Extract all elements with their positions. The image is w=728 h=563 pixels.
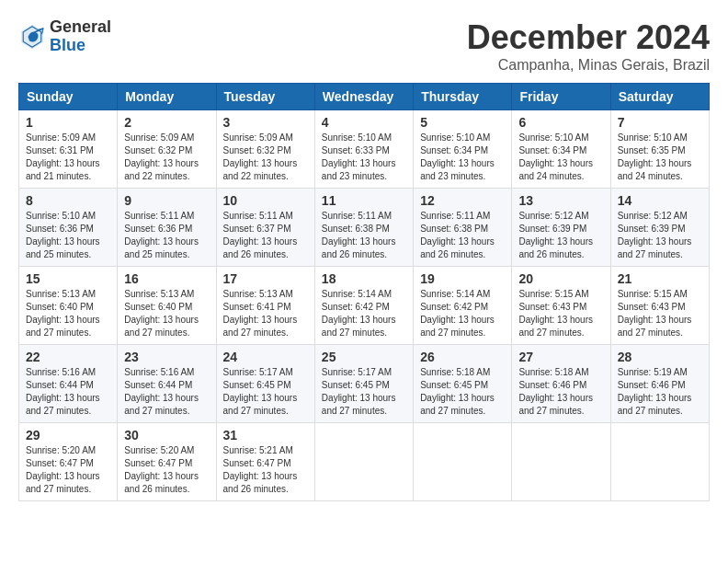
table-row: 30Sunrise: 5:20 AM Sunset: 6:47 PM Dayli…: [118, 423, 216, 501]
day-number: 20: [518, 271, 603, 286]
day-info: Sunrise: 5:16 AM Sunset: 6:44 PM Dayligh…: [26, 366, 110, 418]
day-number: 12: [420, 193, 505, 208]
calendar-week-row: 29Sunrise: 5:20 AM Sunset: 6:47 PM Dayli…: [19, 423, 710, 501]
day-info: Sunrise: 5:20 AM Sunset: 6:47 PM Dayligh…: [124, 444, 209, 496]
day-info: Sunrise: 5:09 AM Sunset: 6:32 PM Dayligh…: [223, 132, 308, 183]
day-info: Sunrise: 5:10 AM Sunset: 6:33 PM Dayligh…: [322, 132, 406, 183]
table-row: 3Sunrise: 5:09 AM Sunset: 6:32 PM Daylig…: [216, 110, 314, 189]
table-row: [414, 423, 512, 501]
table-row: [314, 423, 413, 501]
day-info: Sunrise: 5:09 AM Sunset: 6:32 PM Dayligh…: [124, 132, 209, 183]
day-info: Sunrise: 5:11 AM Sunset: 6:36 PM Dayligh…: [124, 210, 209, 261]
day-info: Sunrise: 5:21 AM Sunset: 6:47 PM Dayligh…: [223, 444, 308, 496]
day-number: 21: [618, 271, 702, 286]
day-info: Sunrise: 5:13 AM Sunset: 6:40 PM Dayligh…: [124, 288, 209, 339]
table-row: [512, 423, 610, 501]
day-number: 16: [124, 271, 209, 286]
table-row: 17Sunrise: 5:13 AM Sunset: 6:41 PM Dayli…: [216, 267, 314, 345]
day-number: 17: [223, 271, 308, 286]
day-number: 9: [124, 193, 209, 208]
day-info: Sunrise: 5:17 AM Sunset: 6:45 PM Dayligh…: [322, 366, 406, 418]
title-section: December 2024 Campanha, Minas Gerais, Br…: [467, 18, 710, 74]
table-row: 25Sunrise: 5:17 AM Sunset: 6:45 PM Dayli…: [314, 345, 413, 423]
page-header: General Blue December 2024 Campanha, Min…: [18, 18, 710, 74]
day-number: 31: [223, 428, 308, 442]
day-info: Sunrise: 5:16 AM Sunset: 6:44 PM Dayligh…: [124, 366, 209, 418]
day-info: Sunrise: 5:18 AM Sunset: 6:45 PM Dayligh…: [420, 366, 505, 418]
day-info: Sunrise: 5:12 AM Sunset: 6:39 PM Dayligh…: [618, 210, 702, 261]
table-row: 7Sunrise: 5:10 AM Sunset: 6:35 PM Daylig…: [610, 110, 709, 189]
logo-blue-text: Blue: [50, 37, 111, 55]
table-row: 26Sunrise: 5:18 AM Sunset: 6:45 PM Dayli…: [414, 345, 512, 423]
table-row: 13Sunrise: 5:12 AM Sunset: 6:39 PM Dayli…: [512, 189, 610, 267]
day-number: 22: [26, 350, 110, 364]
table-row: 6Sunrise: 5:10 AM Sunset: 6:34 PM Daylig…: [512, 110, 610, 189]
day-number: 29: [26, 428, 110, 442]
table-row: 5Sunrise: 5:10 AM Sunset: 6:34 PM Daylig…: [414, 110, 512, 189]
day-info: Sunrise: 5:18 AM Sunset: 6:46 PM Dayligh…: [518, 366, 603, 418]
day-number: 25: [322, 350, 406, 364]
calendar-week-row: 1Sunrise: 5:09 AM Sunset: 6:31 PM Daylig…: [19, 110, 710, 189]
day-number: 13: [518, 193, 603, 208]
day-number: 15: [26, 271, 110, 286]
table-row: 19Sunrise: 5:14 AM Sunset: 6:42 PM Dayli…: [414, 267, 512, 345]
day-number: 1: [26, 115, 110, 130]
calendar-table: Sunday Monday Tuesday Wednesday Thursday…: [18, 83, 710, 501]
day-number: 3: [223, 115, 308, 130]
day-info: Sunrise: 5:20 AM Sunset: 6:47 PM Dayligh…: [26, 444, 110, 496]
day-info: Sunrise: 5:11 AM Sunset: 6:38 PM Dayligh…: [322, 210, 406, 261]
table-row: 16Sunrise: 5:13 AM Sunset: 6:40 PM Dayli…: [118, 267, 216, 345]
table-row: 27Sunrise: 5:18 AM Sunset: 6:46 PM Dayli…: [512, 345, 610, 423]
day-info: Sunrise: 5:10 AM Sunset: 6:34 PM Dayligh…: [518, 132, 603, 183]
table-row: 8Sunrise: 5:10 AM Sunset: 6:36 PM Daylig…: [19, 189, 118, 267]
day-info: Sunrise: 5:15 AM Sunset: 6:43 PM Dayligh…: [618, 288, 702, 339]
day-info: Sunrise: 5:09 AM Sunset: 6:31 PM Dayligh…: [26, 132, 110, 183]
day-info: Sunrise: 5:17 AM Sunset: 6:45 PM Dayligh…: [223, 366, 308, 418]
day-info: Sunrise: 5:12 AM Sunset: 6:39 PM Dayligh…: [518, 210, 603, 261]
day-info: Sunrise: 5:13 AM Sunset: 6:41 PM Dayligh…: [223, 288, 308, 339]
table-row: 2Sunrise: 5:09 AM Sunset: 6:32 PM Daylig…: [118, 110, 216, 189]
day-info: Sunrise: 5:11 AM Sunset: 6:37 PM Dayligh…: [223, 210, 308, 261]
col-friday: Friday: [512, 84, 610, 110]
day-info: Sunrise: 5:11 AM Sunset: 6:38 PM Dayligh…: [420, 210, 505, 261]
table-row: 22Sunrise: 5:16 AM Sunset: 6:44 PM Dayli…: [19, 345, 118, 423]
weekday-header-row: Sunday Monday Tuesday Wednesday Thursday…: [19, 84, 710, 110]
day-info: Sunrise: 5:14 AM Sunset: 6:42 PM Dayligh…: [322, 288, 406, 339]
day-number: 6: [518, 115, 603, 130]
logo-general-text: General: [50, 18, 111, 37]
day-info: Sunrise: 5:10 AM Sunset: 6:36 PM Dayligh…: [26, 210, 110, 261]
day-number: 30: [124, 428, 209, 442]
col-thursday: Thursday: [414, 84, 512, 110]
table-row: 9Sunrise: 5:11 AM Sunset: 6:36 PM Daylig…: [118, 189, 216, 267]
table-row: 1Sunrise: 5:09 AM Sunset: 6:31 PM Daylig…: [19, 110, 118, 189]
table-row: 20Sunrise: 5:15 AM Sunset: 6:43 PM Dayli…: [512, 267, 610, 345]
location-title: Campanha, Minas Gerais, Brazil: [467, 57, 710, 74]
day-number: 26: [420, 350, 505, 364]
logo-text: General Blue: [50, 18, 111, 55]
table-row: [610, 423, 709, 501]
col-sunday: Sunday: [19, 84, 118, 110]
table-row: 14Sunrise: 5:12 AM Sunset: 6:39 PM Dayli…: [610, 189, 709, 267]
day-number: 18: [322, 271, 406, 286]
col-saturday: Saturday: [610, 84, 709, 110]
day-info: Sunrise: 5:10 AM Sunset: 6:35 PM Dayligh…: [618, 132, 702, 183]
day-number: 7: [618, 115, 702, 130]
table-row: 28Sunrise: 5:19 AM Sunset: 6:46 PM Dayli…: [610, 345, 709, 423]
table-row: 23Sunrise: 5:16 AM Sunset: 6:44 PM Dayli…: [118, 345, 216, 423]
logo-icon: [18, 23, 46, 51]
calendar-week-row: 8Sunrise: 5:10 AM Sunset: 6:36 PM Daylig…: [19, 189, 710, 267]
day-info: Sunrise: 5:13 AM Sunset: 6:40 PM Dayligh…: [26, 288, 110, 339]
day-info: Sunrise: 5:10 AM Sunset: 6:34 PM Dayligh…: [420, 132, 505, 183]
table-row: 15Sunrise: 5:13 AM Sunset: 6:40 PM Dayli…: [19, 267, 118, 345]
col-wednesday: Wednesday: [314, 84, 413, 110]
day-number: 10: [223, 193, 308, 208]
day-number: 23: [124, 350, 209, 364]
table-row: 24Sunrise: 5:17 AM Sunset: 6:45 PM Dayli…: [216, 345, 314, 423]
day-number: 27: [518, 350, 603, 364]
day-number: 2: [124, 115, 209, 130]
day-number: 8: [26, 193, 110, 208]
logo: General Blue: [18, 18, 111, 55]
calendar-week-row: 15Sunrise: 5:13 AM Sunset: 6:40 PM Dayli…: [19, 267, 710, 345]
day-number: 24: [223, 350, 308, 364]
day-number: 5: [420, 115, 505, 130]
